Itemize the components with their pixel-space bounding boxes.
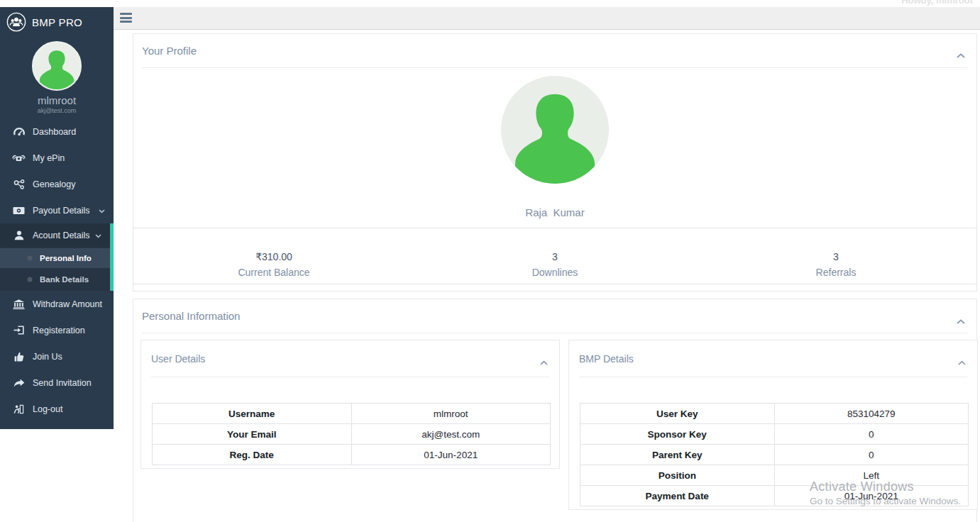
brand-label: BMP PRO [32, 16, 82, 28]
bmp-details-header: BMP Details [569, 340, 977, 365]
row-label: Username [153, 404, 352, 423]
collapse-chevron-up-icon[interactable] [958, 360, 966, 365]
stat-current-balance: ₹310.00 Current Balance [133, 228, 414, 284]
user-details-card: User Details Username mlmroot Your Email… [141, 340, 560, 469]
your-profile-title: Your Profile [142, 45, 197, 57]
sidebar-profile: mlmroot akj@test.com [0, 37, 114, 114]
brand[interactable]: BMP PRO [0, 7, 114, 37]
topbar [114, 7, 980, 30]
sidebar-menu: Dashboard My ePin [0, 114, 114, 422]
sidebar-item-genealogy[interactable]: Genealogy [0, 171, 114, 197]
row-label: Parent Key [580, 445, 775, 465]
collapse-chevron-up-icon[interactable] [540, 360, 548, 365]
table-row: Parent Key 0 [580, 445, 968, 465]
sidebar-item-label: Genealogy [33, 179, 75, 189]
sidebar-item-dashboard[interactable]: Dashboard [0, 118, 114, 145]
row-label: Your Email [153, 424, 352, 444]
stat-value: ₹310.00 [255, 251, 292, 262]
stat-value: 3 [552, 251, 558, 262]
row-value: 0 [775, 445, 969, 465]
sidebar-item-send-invitation[interactable]: Send Invitation [0, 370, 114, 396]
sidebar-group-account-details: Acount Details Personal Info Bank Detail… [0, 223, 114, 291]
stat-referrals: 3 Referrals [695, 228, 976, 284]
row-label: Reg. Date [153, 445, 352, 465]
profile-avatar [501, 76, 609, 184]
divider [151, 377, 549, 377]
brand-people-icon [6, 12, 26, 32]
stat-label: Current Balance [238, 267, 309, 278]
sidebar-subitem-label: Personal Info [30, 254, 92, 262]
row-value: 01-Jun-2021 [352, 445, 551, 465]
bmp-details-table: User Key 853104279 Sponsor Key 0 Parent … [580, 403, 969, 506]
table-row: Reg. Date 01-Jun-2021 [153, 445, 550, 465]
hamburger-menu-icon[interactable] [120, 13, 132, 25]
sidebar-avatar [32, 41, 82, 91]
table-row: Username mlmroot [153, 404, 550, 424]
sidebar-user-email: akj@test.com [0, 107, 114, 114]
sidebar-item-label: Join Us [33, 352, 62, 362]
row-value: 01-Jun-2021 [775, 486, 969, 506]
divider [142, 67, 968, 68]
thumbs-up-icon [12, 352, 26, 362]
row-value: 853104279 [775, 404, 969, 423]
collapse-chevron-up-icon[interactable] [957, 319, 965, 324]
profile-name: Raja Kumar [133, 206, 976, 218]
bmp-details-title: BMP Details [579, 353, 634, 365]
sidebar: BMP PRO mlmroot akj@test.com Dashboard [0, 7, 114, 429]
sidebar-item-registeration[interactable]: Registeration [0, 317, 114, 343]
sidebar-subitem-label: Bank Details [30, 275, 89, 284]
bullet-dot-icon [28, 277, 33, 282]
sidebar-item-label: My ePin [33, 153, 65, 163]
sidebar-item-label: Log-out [33, 404, 62, 414]
user-details-table: Username mlmroot Your Email akj@test.com… [152, 403, 551, 465]
sidebar-item-label: Dashboard [33, 127, 76, 137]
bank-icon [12, 299, 26, 309]
sidebar-item-account-details[interactable]: Acount Details [0, 223, 110, 247]
sidebar-subitem-bank-details[interactable]: Bank Details [0, 270, 110, 289]
share-arrow-icon [12, 379, 26, 387]
user-details-header: User Details [141, 340, 559, 365]
sidebar-item-my-epin[interactable]: My ePin [0, 145, 114, 171]
user-icon [12, 231, 26, 240]
sidebar-item-label: Withdraw Amount [33, 299, 102, 309]
sidebar-subitem-personal-info[interactable]: Personal Info [0, 248, 110, 268]
sidebar-username: mlmroot [0, 94, 114, 106]
table-row: User Key 853104279 [580, 404, 968, 424]
log-out-icon [12, 404, 26, 414]
divider [579, 377, 967, 377]
row-label: Payment Date [580, 486, 775, 506]
chevron-down-icon [99, 206, 105, 216]
sidebar-item-label: Payout Details [33, 206, 90, 216]
your-profile-header: Your Profile [133, 34, 976, 57]
bmp-details-card: BMP Details User Key 853104279 Sponsor K… [568, 340, 978, 510]
profile-stats: ₹310.00 Current Balance 3 Downlines 3 Re… [133, 228, 977, 284]
personal-information-panel: Personal Information User Details Userna… [133, 299, 977, 522]
sidebar-item-label: Registeration [33, 326, 85, 335]
your-profile-panel: Your Profile Raja Kumar ₹310.00 Current … [133, 33, 977, 291]
money-bill-icon [12, 206, 26, 215]
stat-downlines: 3 Downlines [414, 228, 695, 284]
row-value: akj@test.com [352, 424, 551, 444]
table-row: Sponsor Key 0 [580, 424, 968, 445]
sidebar-item-withdraw-amount[interactable]: Withdraw Amount [0, 291, 114, 317]
personal-information-title: Personal Information [142, 310, 240, 322]
divider [142, 333, 968, 333]
stat-label: Downlines [532, 267, 578, 278]
bullet-dot-icon [28, 256, 33, 261]
row-value: mlmroot [352, 404, 551, 423]
sidebar-item-log-out[interactable]: Log-out [0, 396, 114, 422]
table-row: Your Email akj@test.com [153, 424, 550, 445]
collapse-chevron-up-icon[interactable] [957, 53, 965, 58]
sidebar-item-label: Acount Details [33, 231, 90, 240]
chevron-down-icon [95, 231, 101, 240]
row-label: User Key [580, 404, 775, 423]
sidebar-item-payout-details[interactable]: Payout Details [0, 197, 114, 223]
stat-value: 3 [833, 251, 839, 262]
table-row: Payment Date 01-Jun-2021 [580, 486, 968, 506]
row-value: 0 [775, 424, 969, 444]
row-label: Position [580, 465, 775, 485]
sidebar-item-join-us[interactable]: Join Us [0, 343, 114, 370]
network-icon [12, 179, 26, 189]
winged-money-icon [12, 154, 26, 162]
howdy-text: Howdy, mlmroot [901, 0, 973, 6]
